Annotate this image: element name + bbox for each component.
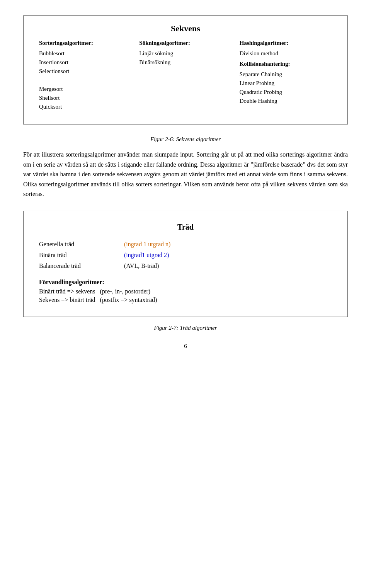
kollision-item-4: Double Hashing xyxy=(240,98,332,104)
page-number: 6 xyxy=(23,343,348,349)
search-item-1: Linjär sökning xyxy=(139,50,231,57)
kollision-item-3: Quadratic Probing xyxy=(240,89,332,95)
col-search: Sökningsalgoritmer: Linjär sökning Binär… xyxy=(135,40,235,68)
hashing-header: Hashingalgoritmer: xyxy=(240,40,332,46)
trad-value-binara: (ingrad1 utgrad 2) xyxy=(124,252,169,259)
page-content: Sekvens Sorteringsalgoritmer: Bubblesort… xyxy=(23,15,348,349)
trad-row-balancerade: Balancerade träd (AVL, B-träd) xyxy=(39,262,332,269)
forvandlings-section: Förvandlingsalgoritmer: Binärt träd => s… xyxy=(39,279,332,303)
figure-caption-sekvens: Figur 2-6: Sekvens algoritmer xyxy=(23,136,348,143)
trad-label-balancerade: Balancerade träd xyxy=(39,262,124,269)
trad-value-generella: (ingrad 1 utgrad n) xyxy=(124,241,170,248)
forvandlings-item-1: Binärt träd => sekvens (pre-, in-, posto… xyxy=(39,288,332,295)
trad-table: Generella träd (ingrad 1 utgrad n) Binär… xyxy=(39,241,332,269)
sorting-item-5: Shellsort xyxy=(39,95,131,101)
trad-label-generella: Generella träd xyxy=(39,241,124,248)
trad-box: Träd Generella träd (ingrad 1 utgrad n) … xyxy=(23,211,348,317)
forvandlings-item-2: Sekvens => binärt träd (postfix => synta… xyxy=(39,297,332,303)
sekvens-title: Sekvens xyxy=(35,24,336,34)
trad-row-generella: Generella träd (ingrad 1 utgrad n) xyxy=(39,241,332,248)
trad-title: Träd xyxy=(39,223,332,232)
trad-value-balancerade: (AVL, B-träd) xyxy=(124,262,159,269)
trad-row-binara: Binära träd (ingrad1 utgrad 2) xyxy=(39,252,332,259)
sorting-item-spacer xyxy=(39,77,131,84)
col-hashing: Hashingalgoritmer: Division method Kolli… xyxy=(236,40,336,107)
body-paragraph: För att illustrera sorteringsalgoritmer … xyxy=(23,150,348,199)
sorting-item-1: Bubblesort xyxy=(39,50,131,57)
hashing-item-division: Division method xyxy=(240,50,332,57)
search-item-2: Binärsökning xyxy=(139,59,231,66)
sekvens-box: Sekvens Sorteringsalgoritmer: Bubblesort… xyxy=(23,15,348,124)
search-header: Sökningsalgoritmer: xyxy=(139,40,231,46)
kollisions-header: Kollisionshantering: xyxy=(240,61,332,67)
sorting-item-2: Insertionsort xyxy=(39,59,131,66)
kollision-item-2: Linear Probing xyxy=(240,80,332,87)
sorting-item-4: Mergesort xyxy=(39,86,131,92)
sorting-header: Sorteringsalgoritmer: xyxy=(39,40,131,46)
figure-caption-trad: Figur 2-7: Träd algoritmer xyxy=(23,325,348,331)
col-sorting: Sorteringsalgoritmer: Bubblesort Inserti… xyxy=(35,40,135,112)
sorting-item-6: Quicksort xyxy=(39,104,131,110)
trad-label-binara: Binära träd xyxy=(39,252,124,259)
kollision-item-1: Separate Chaining xyxy=(240,71,332,78)
sorting-item-3: Selectionsort xyxy=(39,68,131,75)
columns-row: Sorteringsalgoritmer: Bubblesort Inserti… xyxy=(35,40,336,112)
forvandlings-header: Förvandlingsalgoritmer: xyxy=(39,279,332,286)
